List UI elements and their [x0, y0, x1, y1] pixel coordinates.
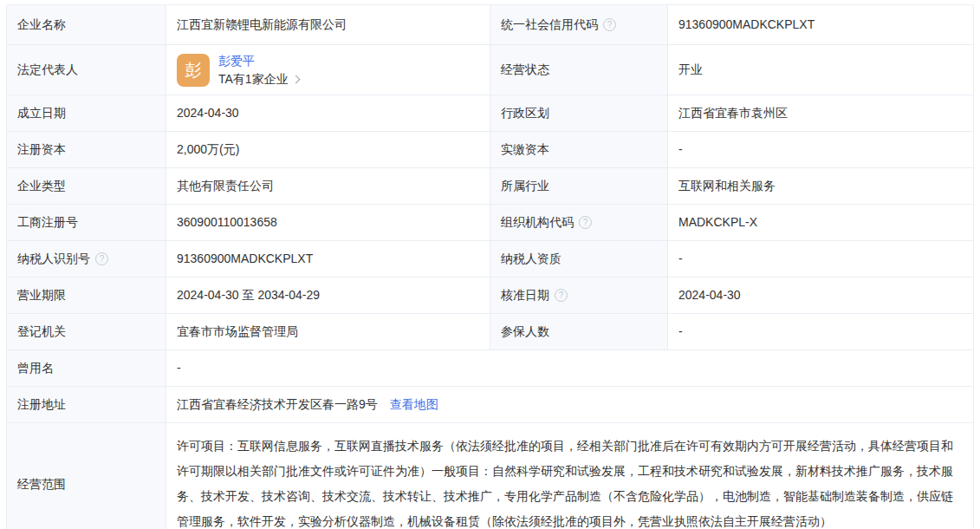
view-map-link[interactable]: 查看地图	[390, 395, 438, 413]
field-label-business-status: 经营状态	[490, 45, 668, 95]
field-value-former-name: -	[166, 350, 973, 387]
taxpayer-qualification: -	[678, 250, 683, 267]
field-value-credit-code: 91360900MADKCKPLXT	[668, 5, 973, 45]
label-text: 纳税人资质	[501, 250, 561, 267]
label-text: 登记机关	[17, 323, 66, 340]
field-label-registration-authority: 登记机关	[7, 314, 166, 350]
label-text: 核准日期	[501, 286, 549, 304]
label-text: 纳税人识别号	[17, 250, 90, 267]
registration-authority: 宜春市市场监督管理局	[177, 323, 298, 340]
approval-date: 2024-04-30	[678, 286, 741, 304]
former-name: -	[177, 359, 181, 376]
label-text: 所属行业	[501, 177, 549, 194]
help-icon[interactable]	[579, 216, 592, 229]
field-label-former-name: 曾用名	[7, 350, 166, 387]
label-text: 企业名称	[17, 16, 66, 33]
paid-in-capital: -	[678, 140, 683, 158]
registered-capital: 2,000万(元)	[177, 140, 239, 158]
chevron-right-icon	[291, 75, 300, 84]
field-value-org-code: MADKCKPL-X	[668, 205, 973, 241]
field-value-registration-authority: 宜春市市场监督管理局	[166, 314, 490, 350]
help-icon[interactable]	[603, 18, 616, 31]
credit-code: 91360900MADKCKPLXT	[678, 16, 815, 33]
rep-companies-text: TA有1家企业	[218, 70, 289, 88]
field-value-industry: 互联网和相关服务	[668, 168, 973, 205]
company-info-table: 企业名称 江西宜新赣锂电新能源有限公司 统一社会信用代码 91360900MAD…	[6, 4, 974, 529]
field-value-registered-address: 江西省宜春经济技术开发区春一路9号 查看地图	[166, 387, 973, 423]
field-value-business-status: 开业	[668, 45, 973, 95]
avatar-char: 彭	[185, 58, 202, 82]
label-text: 法定代表人	[17, 61, 78, 78]
registered-address: 江西省宜春经济技术开发区春一路9号	[177, 395, 378, 413]
admin-division: 江西省宜春市袁州区	[678, 104, 788, 121]
label-text: 工商注册号	[17, 213, 78, 231]
insured-count: -	[678, 323, 683, 340]
field-value-registered-capital: 2,000万(元)	[166, 132, 490, 168]
field-value-enterprise-type: 其他有限责任公司	[166, 168, 490, 205]
label-text: 企业类型	[17, 177, 66, 194]
field-label-business-scope: 经营范围	[7, 423, 166, 529]
label-text: 营业期限	[17, 286, 66, 304]
registration-no: 360900110013658	[177, 213, 277, 231]
label-text: 参保人数	[501, 323, 549, 340]
field-value-company-name: 江西宜新赣锂电新能源有限公司	[166, 5, 490, 45]
field-value-taxpayer-qualification: -	[668, 241, 973, 278]
field-label-registered-address: 注册地址	[7, 387, 166, 423]
field-label-approval-date: 核准日期	[490, 278, 668, 314]
help-icon[interactable]	[555, 289, 568, 302]
label-text: 经营范围	[17, 475, 66, 493]
industry: 互联网和相关服务	[678, 177, 776, 194]
field-label-business-term: 营业期限	[7, 278, 166, 314]
label-text: 行政区划	[501, 104, 549, 121]
business-status: 开业	[678, 61, 703, 78]
field-value-admin-division: 江西省宜春市袁州区	[668, 95, 973, 132]
label-text: 实缴资本	[501, 140, 549, 158]
field-label-registered-capital: 注册资本	[7, 132, 166, 168]
field-label-enterprise-type: 企业类型	[7, 168, 166, 205]
field-label-insured-count: 参保人数	[490, 314, 668, 350]
label-text: 经营状态	[501, 61, 549, 78]
field-label-taxpayer-qualification: 纳税人资质	[490, 241, 668, 278]
field-value-taxpayer-id: 91360900MADKCKPLXT	[166, 241, 490, 278]
field-label-paid-in-capital: 实缴资本	[490, 132, 668, 168]
business-scope: 许可项目：互联网信息服务，互联网直播技术服务（依法须经批准的项目，经相关部门批准…	[177, 439, 953, 528]
legal-rep-info: 彭爱平 TA有1家企业	[218, 52, 299, 88]
label-text: 注册地址	[17, 395, 66, 413]
help-icon[interactable]	[95, 252, 108, 265]
legal-rep-block: 彭 彭爱平 TA有1家企业	[177, 52, 299, 88]
label-text: 组织机构代码	[501, 213, 574, 231]
field-label-industry: 所属行业	[490, 168, 668, 205]
taxpayer-id: 91360900MADKCKPLXT	[177, 250, 313, 267]
field-label-establish-date: 成立日期	[7, 95, 166, 132]
field-value-business-scope: 许可项目：互联网信息服务，互联网直播技术服务（依法须经批准的项目，经相关部门批准…	[166, 423, 973, 529]
field-value-approval-date: 2024-04-30	[668, 278, 973, 314]
legal-rep-avatar[interactable]: 彭	[177, 54, 210, 87]
field-value-registration-no: 360900110013658	[166, 205, 490, 241]
field-label-legal-rep: 法定代表人	[7, 45, 166, 95]
legal-rep-link[interactable]: 彭爱平	[218, 52, 299, 69]
enterprise-type: 其他有限责任公司	[177, 177, 274, 194]
field-label-company-name: 企业名称	[7, 5, 166, 45]
field-label-org-code: 组织机构代码	[490, 205, 668, 241]
field-value-establish-date: 2024-04-30	[166, 95, 490, 132]
field-label-registration-no: 工商注册号	[7, 205, 166, 241]
rep-companies-link[interactable]: TA有1家企业	[218, 70, 299, 88]
company-name: 江西宜新赣锂电新能源有限公司	[177, 16, 347, 33]
field-value-legal-rep: 彭 彭爱平 TA有1家企业	[166, 45, 490, 95]
label-text: 统一社会信用代码	[501, 16, 598, 33]
label-text: 注册资本	[17, 140, 66, 158]
field-label-credit-code: 统一社会信用代码	[490, 5, 668, 45]
label-text: 成立日期	[17, 104, 66, 121]
establish-date: 2024-04-30	[177, 104, 239, 121]
field-value-business-term: 2024-04-30 至 2034-04-29	[166, 278, 490, 314]
org-code: MADKCKPL-X	[678, 213, 757, 231]
field-label-admin-division: 行政区划	[490, 95, 668, 132]
field-value-paid-in-capital: -	[668, 132, 973, 168]
field-label-taxpayer-id: 纳税人识别号	[7, 241, 166, 278]
field-value-insured-count: -	[668, 314, 973, 350]
business-term: 2024-04-30 至 2034-04-29	[177, 286, 320, 304]
label-text: 曾用名	[17, 359, 54, 376]
